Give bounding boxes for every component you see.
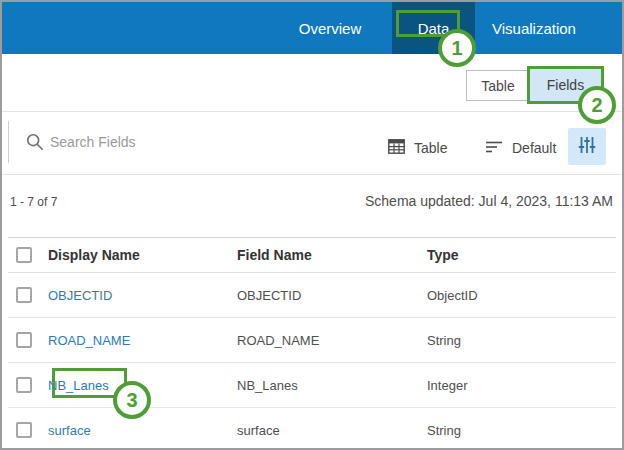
table-row-objectid: OBJECTID OBJECTID ObjectID bbox=[8, 273, 616, 318]
row-checkbox[interactable] bbox=[16, 287, 32, 303]
field-type: Integer bbox=[427, 363, 467, 407]
field-name: OBJECTID bbox=[237, 273, 301, 317]
field-name: surface bbox=[237, 408, 280, 450]
fields-table: Display Name Field Name Type OBJECTID OB… bbox=[8, 237, 616, 450]
sort-lines-icon bbox=[485, 140, 503, 157]
row-checkbox[interactable] bbox=[16, 377, 32, 393]
annotation-circle-1: 1 bbox=[438, 29, 476, 67]
annotation-circle-3: 3 bbox=[113, 381, 151, 419]
sort-order-label: Default bbox=[512, 140, 556, 156]
search-left-rule bbox=[8, 121, 9, 163]
table-row-road-name: ROAD_NAME ROAD_NAME String bbox=[8, 318, 616, 363]
column-header-type: Type bbox=[427, 238, 459, 272]
field-settings-button[interactable] bbox=[568, 128, 606, 165]
field-type: String bbox=[427, 318, 461, 362]
column-header-display-name: Display Name bbox=[48, 238, 140, 272]
table-row-surface: surface surface String bbox=[8, 408, 616, 450]
annotation-number-2: 2 bbox=[591, 94, 602, 117]
column-header-field-name: Field Name bbox=[237, 238, 312, 272]
arcgis-item-data-page: Overview Data Visualization 1 Table Fiel… bbox=[0, 0, 624, 450]
toggle-table-view[interactable]: Table bbox=[466, 70, 530, 101]
table-view-button[interactable]: Table bbox=[388, 128, 447, 168]
annotation-circle-2: 2 bbox=[578, 86, 616, 124]
field-display-name-link[interactable]: surface bbox=[48, 408, 91, 450]
sort-order-button[interactable]: Default bbox=[485, 128, 556, 168]
row-checkbox[interactable] bbox=[16, 332, 32, 348]
tab-overview[interactable]: Overview bbox=[280, 2, 380, 54]
search-input[interactable] bbox=[50, 122, 350, 162]
table-view-label: Table bbox=[414, 140, 447, 156]
search-icon bbox=[26, 133, 44, 155]
field-display-name-link[interactable]: OBJECTID bbox=[48, 273, 112, 317]
table-row-nb-lanes: NB_Lanes NB_Lanes Integer bbox=[8, 363, 616, 408]
field-name: NB_Lanes bbox=[237, 363, 298, 407]
table-grid-icon bbox=[388, 139, 405, 157]
field-name: ROAD_NAME bbox=[237, 318, 319, 362]
select-all-checkbox[interactable] bbox=[16, 247, 32, 263]
record-count: 1 - 7 of 7 bbox=[10, 195, 57, 209]
field-type: ObjectID bbox=[427, 273, 478, 317]
row-checkbox[interactable] bbox=[16, 422, 32, 438]
field-type: String bbox=[427, 408, 461, 450]
divider-under-toggle bbox=[2, 111, 622, 112]
schema-updated-label: Schema updated: Jul 4, 2023, 11:13 AM bbox=[365, 193, 613, 209]
annotation-number-3: 3 bbox=[126, 389, 137, 412]
tab-visualization[interactable]: Visualization bbox=[475, 2, 593, 54]
table-header-row: Display Name Field Name Type bbox=[8, 238, 616, 273]
sliders-icon bbox=[577, 135, 597, 158]
divider-under-search bbox=[2, 174, 622, 175]
top-nav-bar: Overview Data Visualization bbox=[2, 2, 622, 54]
field-display-name-link[interactable]: ROAD_NAME bbox=[48, 318, 130, 362]
annotation-number-1: 1 bbox=[451, 37, 462, 60]
field-display-name-link[interactable]: NB_Lanes bbox=[48, 363, 109, 407]
